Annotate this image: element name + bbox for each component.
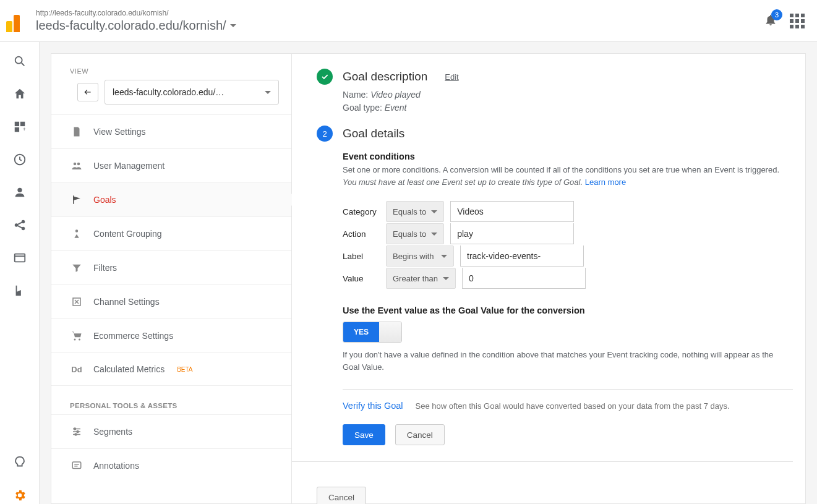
- svg-point-9: [22, 221, 24, 223]
- goal-name-label: Name:: [343, 90, 370, 100]
- discover-icon[interactable]: [13, 456, 27, 471]
- nav-item-icon: [70, 126, 83, 137]
- nav-item-calculated-metrics[interactable]: DdCalculated MetricsBETA: [51, 352, 291, 385]
- svg-rect-4: [14, 127, 19, 132]
- condition-label: Value: [343, 274, 380, 283]
- save-button[interactable]: Save: [343, 424, 385, 445]
- nav-item-label: Calculated Metrics: [93, 364, 165, 374]
- admin-icon[interactable]: [13, 489, 27, 504]
- nav-item-annotations[interactable]: Annotations: [51, 448, 291, 482]
- learn-more-link[interactable]: Learn more: [585, 177, 626, 187]
- verify-goal-desc: See how often this Goal would have conve…: [416, 401, 730, 411]
- back-button[interactable]: [77, 83, 98, 101]
- nav-item-label: User Management: [93, 161, 165, 171]
- property-name: leeds-faculty.colorado.edu/kornish/: [36, 19, 226, 33]
- property-selector[interactable]: leeds-faculty.colorado.edu/kornish/: [36, 19, 764, 33]
- nav-item-icon: [70, 194, 83, 205]
- condition-row-value: ValueGreater than: [343, 267, 793, 289]
- step2-badge: 2: [317, 126, 333, 142]
- audience-icon[interactable]: [13, 186, 27, 201]
- condition-operator-select[interactable]: Begins with: [386, 246, 454, 267]
- nav-item-user-management[interactable]: User Management: [51, 148, 291, 182]
- event-conditions-heading: Event conditions: [343, 152, 793, 161]
- nav-item-icon: [70, 228, 83, 239]
- svg-point-26: [75, 434, 77, 435]
- toggle-off-side: [379, 322, 401, 342]
- condition-label: Category: [343, 207, 380, 216]
- condition-label: Action: [343, 229, 380, 239]
- toggle-yes-label: YES: [343, 322, 379, 342]
- search-icon[interactable]: [13, 54, 27, 70]
- nav-item-icon: [70, 296, 83, 307]
- view-dropdown[interactable]: leeds-faculty.colorado.edu/…: [105, 80, 279, 105]
- apps-icon[interactable]: [790, 14, 805, 28]
- nav-item-channel-settings[interactable]: Channel Settings: [51, 284, 291, 318]
- nav-item-label: View Settings: [93, 127, 146, 137]
- home-icon[interactable]: [13, 87, 27, 103]
- svg-point-10: [22, 228, 24, 230]
- nav-item-icon: [70, 160, 83, 171]
- svg-line-1: [21, 63, 24, 66]
- goal-editor-panel: Goal description Edit Name: Video played…: [292, 53, 806, 504]
- edit-step1-link[interactable]: Edit: [445, 72, 458, 82]
- step2-title: Goal details: [343, 127, 404, 140]
- conversions-icon[interactable]: [13, 284, 27, 299]
- chevron-down-icon: [441, 255, 447, 258]
- condition-operator-select[interactable]: Equals to: [386, 223, 444, 244]
- topbar: http://leeds-faculty.colorado.edu/kornis…: [0, 0, 817, 42]
- nav-item-filters[interactable]: Filters: [51, 250, 291, 284]
- svg-point-16: [77, 163, 80, 166]
- view-column-label: VIEW: [51, 54, 291, 80]
- svg-point-7: [17, 188, 22, 192]
- svg-point-15: [74, 163, 77, 166]
- verify-goal-link[interactable]: Verify this Goal: [343, 401, 403, 411]
- nav-item-view-settings[interactable]: View Settings: [51, 114, 291, 148]
- chevron-down-icon: [443, 277, 449, 280]
- condition-value-input[interactable]: [462, 268, 586, 289]
- acquisition-icon[interactable]: [13, 218, 27, 234]
- nav-item-label: Channel Settings: [93, 297, 160, 307]
- notifications-button[interactable]: 3: [764, 13, 777, 28]
- nav-item-ecommerce-settings[interactable]: Ecommerce Settings: [51, 318, 291, 352]
- ga-logo: [6, 10, 28, 32]
- outer-cancel-button[interactable]: Cancel: [317, 487, 366, 504]
- nav-item-goals[interactable]: Goals: [51, 182, 291, 216]
- behavior-icon[interactable]: [13, 251, 27, 267]
- goal-value-note: If you don't have a value defined in the…: [343, 349, 788, 373]
- condition-label: Label: [343, 252, 380, 261]
- admin-view-panel: VIEW leeds-faculty.colorado.edu/… View S…: [51, 53, 292, 504]
- svg-rect-13: [14, 254, 25, 262]
- chevron-down-icon: [431, 233, 437, 236]
- customization-icon[interactable]: +: [13, 120, 27, 135]
- view-selected-text: leeds-faculty.colorado.edu/…: [113, 87, 224, 97]
- goal-value-toggle-heading: Use the Event value as the Goal Value fo…: [343, 305, 793, 315]
- svg-line-12: [17, 226, 22, 228]
- nav-item-segments[interactable]: Segments: [51, 414, 291, 448]
- nav-item-icon: Dd: [70, 365, 83, 374]
- notification-count-badge: 3: [771, 9, 782, 20]
- nav-item-icon: [70, 460, 83, 471]
- nav-item-icon: [70, 426, 83, 437]
- nav-item-icon: [70, 330, 83, 341]
- nav-item-label: Annotations: [93, 461, 139, 471]
- svg-point-17: [75, 229, 79, 233]
- nav-item-label: Segments: [93, 427, 132, 437]
- goal-type-label: Goal type:: [343, 103, 385, 113]
- goal-type-value: Event: [385, 103, 407, 113]
- condition-value-input[interactable]: [450, 201, 574, 222]
- goal-value-toggle[interactable]: YES: [343, 322, 402, 343]
- nav-item-content-grouping[interactable]: Content Grouping: [51, 216, 291, 250]
- condition-value-input[interactable]: [450, 223, 574, 244]
- condition-operator-select[interactable]: Equals to: [386, 201, 444, 222]
- condition-operator-select[interactable]: Greater than: [386, 268, 456, 289]
- account-url: http://leeds-faculty.colorado.edu/kornis…: [36, 9, 764, 17]
- cancel-button[interactable]: Cancel: [395, 424, 445, 445]
- event-conditions-warning: You must have at least one Event set up …: [343, 177, 583, 187]
- condition-value-input[interactable]: [460, 246, 584, 267]
- realtime-icon[interactable]: [13, 153, 27, 168]
- beta-badge: BETA: [177, 366, 192, 373]
- chevron-down-icon: [431, 210, 437, 213]
- chevron-down-icon: [265, 91, 271, 94]
- step1-complete-badge: [317, 69, 333, 85]
- svg-point-20: [79, 339, 80, 341]
